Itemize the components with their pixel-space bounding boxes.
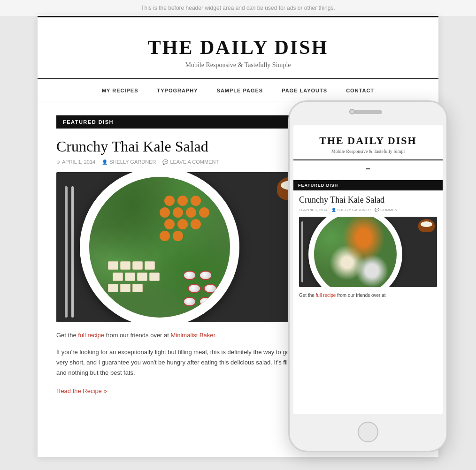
comment-wrapper: 💬 LEAVE A COMMENT (162, 159, 219, 165)
mobile-site-tagline: Mobile Responsive & Tastefully Simpl (298, 149, 438, 154)
cutlery (61, 186, 80, 318)
phone-screen: THE DAILY DISH Mobile Responsive & Taste… (293, 125, 443, 414)
volume-down-button (446, 196, 448, 219)
nav-typography[interactable]: TYPOGRAPHY (157, 88, 198, 93)
top-bar-text: This is the before header widget area an… (141, 5, 335, 11)
full-recipe-link[interactable]: full recipe (78, 332, 104, 339)
mobile-post-meta: ⊙ APRIL 1, 2014 👤 SHELLY GARDNER 💬 COMME… (299, 208, 437, 212)
clock-icon: ⊙ (56, 159, 60, 165)
post-date-wrapper: ⊙ APRIL 1, 2014 (56, 159, 95, 165)
mobile-site-title: THE DAILY DISH (298, 135, 438, 147)
minimalist-baker-link[interactable]: Minimalist Baker (171, 332, 215, 339)
nav-page-layouts[interactable]: PAGE LAYOUTS (282, 88, 327, 93)
mobile-salad-inner (314, 217, 397, 287)
volume-up-button (446, 167, 448, 191)
post-image (56, 172, 291, 322)
site-title: THE DAILY DISH (47, 36, 429, 59)
mobile-hamburger-menu[interactable]: ≡ (293, 160, 443, 180)
mobile-featured-banner: FEATURED DISH (293, 180, 443, 190)
phone-camera (349, 109, 355, 114)
read-more-link[interactable]: Read the Recipe » (56, 387, 107, 394)
radish-group (183, 271, 221, 308)
mobile-content: Crunchy Thai Kale Salad ⊙ APRIL 1, 2014 … (293, 190, 443, 304)
mobile-site-header: THE DAILY DISH Mobile Responsive & Taste… (293, 125, 443, 160)
nav-sample-pages[interactable]: SAMPLE PAGES (217, 88, 263, 93)
salad-plate (80, 172, 239, 322)
top-bar: This is the before header widget area an… (0, 0, 476, 16)
post-author-wrapper: 👤 SHELLY GARDNER (102, 159, 156, 165)
mobile-salad-plate (308, 217, 402, 287)
main-nav: MY RECIPES TYPOGRAPHY SAMPLE PAGES PAGE … (38, 79, 438, 101)
site-tagline: Mobile Responsive & Tastefully Simple (47, 61, 429, 69)
mobile-sesame-bowl (418, 219, 435, 232)
carrot-group (160, 196, 216, 243)
tofu-group (108, 261, 174, 299)
mobile-post-intro: Get the full recipe from our friends ove… (299, 292, 437, 299)
mobile-fork (301, 221, 303, 282)
nav-my-recipes[interactable]: MY RECIPES (102, 88, 138, 93)
mobile-post-title: Crunchy Thai Kale Salad (299, 195, 437, 205)
mobile-post-image (299, 217, 437, 287)
power-button (288, 177, 290, 210)
nav-contact[interactable]: CONTACT (346, 88, 374, 93)
comment-icon: 💬 (162, 159, 168, 165)
leave-comment-link[interactable]: LEAVE A COMMENT (170, 159, 219, 165)
home-button[interactable] (358, 422, 378, 442)
author-icon: 👤 (102, 159, 107, 165)
phone-frame: THE DAILY DISH Mobile Responsive & Taste… (288, 100, 448, 452)
phone-speaker (354, 110, 382, 114)
site-header: THE DAILY DISH Mobile Responsive & Taste… (38, 17, 438, 79)
post-date: APRIL 1, 2014 (62, 159, 95, 165)
post-author: SHELLY GARDNER (109, 159, 156, 165)
salad-inner (89, 177, 230, 318)
mobile-full-recipe-link[interactable]: full recipe (316, 293, 336, 298)
